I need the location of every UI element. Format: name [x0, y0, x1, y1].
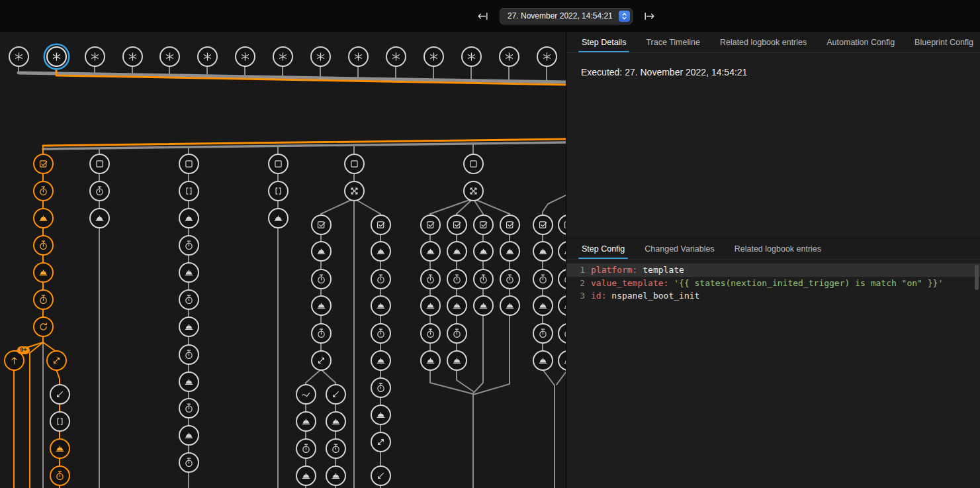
graph-node-asterisk[interactable] [386, 46, 406, 67]
graph-node-service[interactable] [447, 241, 467, 262]
graph-node-asterisk[interactable] [122, 46, 143, 67]
graph-node-timer[interactable] [326, 438, 346, 459]
graph-node-checkbox-blank[interactable] [89, 154, 110, 174]
graph-node-asterisk[interactable] [348, 46, 369, 67]
graph-node-service[interactable] [371, 241, 391, 262]
graph-node-service[interactable] [311, 295, 332, 316]
graph-node-service[interactable] [473, 295, 494, 316]
config-tab-changed-variables[interactable]: Changed Variables [635, 238, 724, 259]
graph-node-checkbox-blank[interactable] [463, 154, 484, 174]
graph-node-arrow-up[interactable]: 9+ [4, 350, 24, 371]
graph-node-choose[interactable] [463, 181, 484, 201]
graph-node-asterisk[interactable] [235, 46, 255, 67]
graph-node-service[interactable] [268, 208, 289, 228]
graph-node-service[interactable] [296, 411, 316, 432]
graph-node-checkbox-marked[interactable] [500, 215, 520, 235]
graph-node-arrow-split[interactable] [46, 350, 67, 371]
graph-node-service[interactable] [420, 241, 441, 262]
graph-node-checkbox-marked[interactable] [447, 215, 467, 235]
graph-node-service[interactable] [473, 241, 494, 262]
graph-node-service[interactable] [420, 295, 441, 316]
graph-node-timer[interactable] [296, 438, 316, 459]
graph-node-service[interactable] [447, 350, 467, 371]
details-tab-step-details[interactable]: Step Details [572, 32, 636, 52]
graph-node-timer[interactable] [473, 269, 494, 289]
next-trace-button[interactable] [641, 7, 658, 25]
graph-node-checkbox-marked[interactable] [420, 215, 441, 235]
graph-node-timer[interactable] [179, 235, 199, 256]
graph-node-timer[interactable] [558, 323, 567, 344]
graph-node-checkbox-marked[interactable] [473, 215, 494, 235]
graph-node-service[interactable] [558, 241, 567, 262]
graph-node-asterisk[interactable] [46, 46, 67, 67]
config-tab-related-logbook-entries[interactable]: Related logbook entries [725, 238, 831, 259]
graph-node-checkbox-marked[interactable] [33, 154, 54, 174]
trace-select[interactable]: 27. November 2022, 14:54:21 [500, 8, 633, 24]
graph-node-service[interactable] [311, 241, 332, 262]
graph-node-timer[interactable] [371, 269, 391, 289]
graph-node-checkbox-blank[interactable] [179, 154, 199, 174]
graph-node-timer[interactable] [558, 269, 567, 289]
graph-node-service[interactable] [558, 350, 567, 371]
graph-node-timer[interactable] [500, 269, 520, 289]
graph-node-service[interactable] [447, 295, 467, 316]
config-tab-step-config[interactable]: Step Config [572, 238, 635, 259]
graph-node-choose[interactable] [344, 181, 365, 201]
graph-node-service[interactable] [533, 350, 553, 371]
graph-node-check-wave[interactable] [296, 384, 316, 405]
graph-node-service[interactable] [50, 438, 70, 459]
details-tab-automation-config[interactable]: Automation Config [817, 32, 905, 52]
graph-node-service[interactable] [179, 425, 199, 446]
graph-node-service[interactable] [371, 350, 391, 371]
graph-node-service[interactable] [533, 241, 553, 262]
previous-trace-button[interactable] [474, 7, 492, 25]
graph-node-asterisk[interactable] [273, 46, 293, 67]
graph-node-asterisk[interactable] [197, 46, 218, 67]
graph-node-brackets[interactable] [179, 181, 199, 201]
graph-node-service[interactable] [179, 208, 199, 228]
graph-node-timer[interactable] [179, 398, 199, 418]
graph-node-timer[interactable] [33, 289, 54, 310]
graph-node-service[interactable] [371, 405, 391, 425]
graph-node-service[interactable] [558, 295, 567, 316]
graph-node-service[interactable] [326, 411, 346, 432]
graph-node-timer[interactable] [420, 269, 441, 289]
graph-node-service[interactable] [179, 371, 199, 392]
step-config-code[interactable]: 1platform: template2value_template: '{{ … [566, 260, 980, 305]
details-tab-trace-timeline[interactable]: Trace Timeline [636, 32, 710, 52]
graph-node-service[interactable] [179, 317, 199, 337]
graph-node-timer[interactable] [33, 181, 54, 201]
graph-node-checkbox-marked[interactable] [311, 215, 332, 235]
graph-node-timer[interactable] [89, 181, 110, 201]
details-tab-related-logbook-entries[interactable]: Related logbook entries [710, 32, 817, 52]
graph-node-checkbox-marked[interactable] [533, 215, 553, 235]
graph-node-checkbox-blank[interactable] [268, 154, 289, 174]
graph-node-timer[interactable] [50, 465, 70, 486]
graph-node-service[interactable] [89, 208, 110, 228]
graph-node-service[interactable] [33, 208, 54, 228]
graph-node-timer[interactable] [533, 269, 553, 289]
graph-node-service[interactable] [533, 295, 553, 316]
graph-node-service[interactable] [500, 241, 520, 262]
graph-node-asterisk[interactable] [461, 46, 482, 67]
graph-node-timer[interactable] [371, 323, 391, 344]
graph-node-asterisk[interactable] [537, 46, 557, 67]
graph-node-arrow-split[interactable] [311, 350, 332, 371]
graph-node-brackets[interactable] [268, 181, 289, 201]
graph-node-repeat[interactable] [33, 317, 54, 337]
graph-node-asterisk[interactable] [85, 46, 105, 67]
graph-node-arrow-diag-down[interactable] [50, 384, 70, 405]
graph-node-timer[interactable] [311, 269, 332, 289]
graph-node-service[interactable] [500, 295, 520, 316]
graph-node-timer[interactable] [311, 323, 332, 344]
graph-node-timer[interactable] [533, 323, 553, 344]
graph-node-timer[interactable] [33, 235, 54, 256]
graph-node-service[interactable] [179, 262, 199, 283]
graph-node-timer[interactable] [447, 269, 467, 289]
details-tab-blueprint-config[interactable]: Blueprint Config [905, 32, 980, 52]
graph-node-timer[interactable] [179, 344, 199, 365]
graph-node-timer[interactable] [447, 323, 467, 344]
graph-node-brackets[interactable] [50, 411, 70, 432]
graph-node-service[interactable] [296, 465, 316, 486]
graph-node-timer[interactable] [420, 323, 441, 344]
